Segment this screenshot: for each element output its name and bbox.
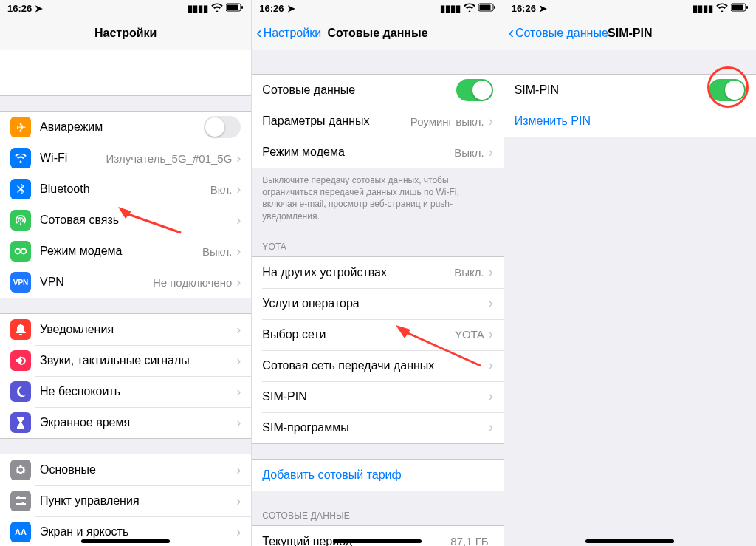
simpin-toggle[interactable] <box>709 79 746 101</box>
row-vpn[interactable]: VPN VPN Не подключено › <box>0 267 251 298</box>
chevron-right-icon: › <box>489 327 493 342</box>
row-airplane[interactable]: ✈ Авиарежим <box>0 112 251 143</box>
chevron-right-icon: › <box>236 275 241 290</box>
battery-icon <box>226 3 244 14</box>
svg-rect-2 <box>241 6 243 9</box>
signal-icon: ▮▮▮▮ <box>693 3 713 14</box>
row-label: Режим модема <box>40 245 202 258</box>
wifi-icon <box>716 3 728 14</box>
row-label: Сотовые данные <box>262 83 456 97</box>
chevron-right-icon: › <box>236 244 241 259</box>
row-add-plan[interactable]: Добавить сотовый тариф <box>252 460 503 491</box>
antenna-icon <box>10 210 31 231</box>
svg-rect-14 <box>479 4 490 10</box>
page-title: Сотовые данные <box>327 27 427 40</box>
row-sim-pin[interactable]: SIM-PIN › <box>252 381 503 412</box>
chevron-right-icon: › <box>489 145 493 160</box>
row-label: На других устройствах <box>262 266 454 279</box>
row-wifi[interactable]: Wi-Fi Излучатель_5G_#01_5G › <box>0 143 251 174</box>
status-time: 16:26 <box>512 3 536 14</box>
back-label: Настройки <box>264 27 321 40</box>
chevron-right-icon: › <box>489 114 493 129</box>
row-sim-apps[interactable]: SIM-программы › <box>252 412 503 443</box>
vpn-icon: VPN <box>10 272 31 293</box>
row-bluetooth[interactable]: Bluetooth Вкл. › <box>0 174 251 205</box>
chevron-right-icon: › <box>236 182 241 197</box>
row-hotspot[interactable]: Режим модема Выкл. › <box>0 236 251 267</box>
chevron-right-icon: › <box>236 322 241 338</box>
row-screentime[interactable]: Экранное время › <box>0 407 251 438</box>
chevron-left-icon: ‹ <box>256 25 261 41</box>
row-detail: Выкл. <box>454 266 484 279</box>
status-bar: 16:26➤ ▮▮▮▮ <box>0 0 251 16</box>
status-time: 16:26 <box>7 3 32 14</box>
bluetooth-icon <box>10 179 31 199</box>
home-indicator <box>333 539 422 543</box>
svg-point-4 <box>21 249 27 254</box>
page-title: SIM-PIN <box>608 27 652 40</box>
profile-card-placeholder[interactable] <box>0 50 251 96</box>
row-label: Сотовая сеть передачи данных <box>262 359 488 372</box>
home-indicator <box>585 539 674 543</box>
chevron-right-icon: › <box>489 389 493 404</box>
status-bar: 16:26➤ ▮▮▮▮ <box>504 0 756 16</box>
airplane-toggle[interactable] <box>204 116 241 138</box>
row-label: Услуги оператора <box>262 297 488 310</box>
status-time: 16:26 <box>259 3 284 14</box>
svg-point-6 <box>17 496 20 499</box>
location-icon: ➤ <box>539 3 547 14</box>
row-network[interactable]: Выбор сети YOTA › <box>252 319 503 350</box>
location-icon: ➤ <box>35 3 43 14</box>
row-general[interactable]: Основные › <box>0 454 251 485</box>
back-button[interactable]: ‹ Настройки <box>256 16 321 50</box>
airplane-icon: ✈ <box>10 117 31 137</box>
row-label: Bluetooth <box>40 182 210 196</box>
row-detail: 87,1 ГБ <box>450 535 488 546</box>
row-carrier[interactable]: Услуги оператора › <box>252 288 503 319</box>
row-sounds[interactable]: Звуки, тактильные сигналы › <box>0 345 251 376</box>
chevron-right-icon: › <box>236 213 241 228</box>
chevron-right-icon: › <box>236 463 241 478</box>
row-dnd[interactable]: Не беспокоить › <box>0 376 251 407</box>
location-icon: ➤ <box>287 3 295 14</box>
nav-header: ‹ Сотовые данные SIM-PIN <box>504 16 756 50</box>
svg-rect-19 <box>732 4 743 10</box>
nav-header: ‹ Настройки Сотовые данные <box>252 16 503 50</box>
status-bar: 16:26➤ ▮▮▮▮ <box>252 0 503 16</box>
row-notifications[interactable]: Уведомления › <box>0 314 251 345</box>
simpin-pane: 16:26➤ ▮▮▮▮ ‹ Сотовые данные SIM-PIN SIM… <box>504 0 756 546</box>
page-title: Настройки <box>94 27 157 40</box>
back-button[interactable]: ‹ Сотовые данные <box>509 16 608 50</box>
svg-rect-1 <box>227 4 238 10</box>
row-label: Экран и яркость <box>40 525 236 539</box>
svg-point-8 <box>21 502 24 505</box>
row-other-devices[interactable]: На других устройствах Выкл. › <box>252 257 503 288</box>
row-label: Wi-Fi <box>40 151 106 165</box>
row-label: Основные <box>40 463 236 477</box>
row-hotspot[interactable]: Режим модема Выкл. › <box>252 137 503 168</box>
row-detail: Выкл. <box>454 146 484 159</box>
row-label: Параметры данных <box>262 115 410 128</box>
footnote: Выключите передачу сотовых данных, чтобы… <box>252 168 503 222</box>
svg-point-3 <box>16 249 21 254</box>
row-cellular-data[interactable]: Сотовые данные <box>252 75 503 106</box>
row-label: Авиарежим <box>40 120 204 134</box>
hourglass-icon <box>10 412 31 433</box>
row-sim-pin[interactable]: SIM-PIN <box>504 75 756 106</box>
row-change-pin[interactable]: Изменить PIN <box>504 106 756 137</box>
row-data-network[interactable]: Сотовая сеть передачи данных › <box>252 350 503 381</box>
group-header: СОТОВЫЕ ДАННЫЕ <box>252 506 503 525</box>
control-icon <box>10 491 31 511</box>
cellular-toggle[interactable] <box>456 79 493 101</box>
row-cellular[interactable]: Сотовая связь › <box>0 205 251 236</box>
signal-icon: ▮▮▮▮ <box>188 3 208 14</box>
row-label: Выбор сети <box>262 328 455 341</box>
row-label: VPN <box>40 276 153 289</box>
row-data-options[interactable]: Параметры данных Роуминг выкл. › <box>252 106 503 137</box>
wifi-icon <box>464 3 475 14</box>
wifi-icon <box>211 3 223 14</box>
svg-rect-15 <box>494 6 495 9</box>
chevron-right-icon: › <box>489 265 493 280</box>
battery-icon <box>478 3 496 14</box>
row-control[interactable]: Пункт управления › <box>0 485 251 516</box>
